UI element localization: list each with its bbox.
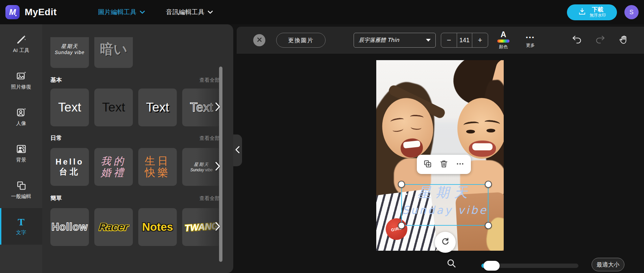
redo-icon — [595, 35, 605, 46]
undo-icon — [572, 35, 582, 46]
photo-sparkle-icon — [16, 71, 27, 81]
text-style-tile[interactable]: Text — [94, 89, 133, 126]
sidebar-item-ai-tools[interactable]: AI 工具 — [0, 26, 42, 62]
sidebar-item-photo-repair[interactable]: 照片修復 — [0, 62, 42, 99]
redo-button[interactable] — [595, 35, 605, 46]
chevron-down-icon — [426, 39, 431, 42]
chevron-down-icon — [208, 10, 213, 14]
sidebar-item-label: 一般編輯 — [11, 193, 31, 200]
view-all-link[interactable]: 查看全部 — [199, 77, 220, 83]
background-person-icon — [16, 144, 27, 154]
sidebar-item-label: AI 工具 — [13, 47, 29, 54]
replace-image-button[interactable]: 更換圖片 — [276, 33, 326, 48]
panel-collapse-handle[interactable] — [233, 134, 242, 166]
sidebar-item-background[interactable]: 背景 — [0, 135, 42, 172]
text-selection-box[interactable] — [401, 184, 488, 226]
zoom-slider[interactable] — [481, 264, 578, 268]
hand-cursor — [619, 35, 629, 46]
text-tool-icon: T — [18, 217, 24, 227]
text-style-tile[interactable]: Hello 台北 — [50, 148, 89, 186]
main-nav: 圖片編輯工具 音訊編輯工具 — [98, 8, 213, 17]
scroll-right-icon[interactable] — [215, 162, 220, 172]
selection-handle-top-left[interactable] — [398, 181, 405, 188]
fit-to-screen-button[interactable]: 最適大小 — [592, 258, 624, 271]
rotate-handle[interactable] — [435, 232, 456, 253]
deselect-button[interactable] — [253, 34, 265, 46]
element-context-toolbar — [417, 155, 471, 174]
text-edit-toolbar: 更換圖片 辰宇落雁體 Thin − 141 + A 顏色 ••• 更多 — [237, 27, 644, 54]
color-letter-icon: A — [501, 31, 506, 39]
tool-sidebar: AI 工具 照片修復 人像 背景 一般編輯 T — [0, 24, 42, 273]
font-family-select[interactable]: 辰宇落雁體 Thin — [354, 33, 436, 48]
zoom-slider-thumb[interactable] — [483, 261, 500, 271]
user-avatar[interactable]: S — [624, 5, 639, 19]
sidebar-item-label: 人像 — [16, 120, 26, 127]
text-color-button[interactable]: A 顏色 — [496, 31, 511, 50]
increase-font-size-button[interactable]: + — [472, 33, 488, 47]
text-style-tile[interactable]: Notes — [138, 208, 177, 246]
ellipsis-icon — [456, 159, 464, 170]
canvas-zoom-bar: 最適大小 — [237, 253, 644, 273]
overlap-squares-icon — [16, 180, 27, 191]
top-header: M MyEdit 圖片編輯工具 音訊編輯工具 — [0, 0, 644, 24]
font-size-stepper: − 141 + — [441, 33, 488, 48]
basic-tile-row: Text Text Text Text — [42, 89, 233, 126]
download-sublabel: 無浮水印 — [590, 13, 606, 18]
rainbow-bar-icon — [497, 40, 509, 43]
nav-image-tools-label: 圖片編輯工具 — [98, 8, 137, 17]
text-style-tile[interactable]: 暗い — [94, 37, 133, 68]
brand-title: MyEdit — [25, 7, 57, 18]
decrease-font-size-button[interactable]: − — [441, 33, 457, 47]
myedit-logo-icon[interactable]: M — [5, 5, 20, 19]
trash-icon — [439, 159, 448, 170]
download-label: 下載 — [592, 7, 603, 13]
editor-canvas-area: 更換圖片 辰宇落雁體 Thin − 141 + A 顏色 ••• 更多 — [237, 24, 644, 273]
selection-handle-bottom-right[interactable] — [485, 222, 492, 229]
scrolled-tile-row: 星期天 Sunday vibe 暗い — [42, 37, 233, 68]
undo-button[interactable] — [572, 35, 582, 46]
rotate-icon — [440, 237, 450, 248]
chevron-left-icon — [235, 146, 240, 155]
ellipsis-icon: ••• — [526, 32, 535, 41]
text-style-tile[interactable]: 生日 快樂 — [138, 148, 177, 186]
nav-image-tools[interactable]: 圖片編輯工具 — [98, 8, 145, 17]
close-icon — [257, 37, 262, 44]
sidebar-item-general-edit[interactable]: 一般編輯 — [0, 172, 42, 208]
sidebar-item-portrait[interactable]: 人像 — [0, 99, 42, 135]
duplicate-icon — [423, 159, 432, 170]
magic-wand-icon — [16, 34, 27, 45]
section-title-daily: 日常 — [50, 134, 62, 142]
text-style-tile[interactable]: Racer — [94, 208, 133, 246]
download-button[interactable]: 下載 無浮水印 — [567, 4, 617, 20]
chevron-down-icon — [140, 10, 145, 14]
scroll-right-icon[interactable] — [215, 102, 220, 113]
myedit-app: M MyEdit 圖片編輯工具 音訊編輯工具 — [0, 0, 644, 273]
view-all-link[interactable]: 查看全部 — [199, 195, 220, 202]
nav-audio-tools[interactable]: 音訊編輯工具 — [166, 8, 213, 17]
delete-button[interactable] — [439, 160, 449, 169]
magnifier-icon[interactable] — [446, 258, 456, 270]
section-title-basic: 基本 — [50, 76, 62, 84]
scroll-right-icon[interactable] — [215, 222, 220, 232]
more-options-button[interactable]: ••• 更多 — [523, 32, 538, 48]
view-all-link[interactable]: 查看全部 — [199, 135, 220, 142]
duplicate-button[interactable] — [423, 160, 432, 169]
person-sparkle-icon — [16, 107, 27, 118]
text-style-tile[interactable]: Hollow — [50, 208, 89, 246]
element-more-button[interactable] — [455, 160, 465, 169]
selection-handle-bottom-left[interactable] — [398, 222, 405, 229]
text-style-tile[interactable]: 星期天 Sunday vibe — [50, 37, 89, 68]
text-style-tile[interactable]: Text — [50, 89, 89, 126]
text-style-tile[interactable]: 我的 婚禮 — [94, 148, 133, 186]
download-icon — [578, 7, 586, 17]
font-name-value: 辰宇落雁體 Thin — [359, 37, 426, 44]
text-style-panel: 星期天 Sunday vibe 暗い 基本 查看全部 Text Text Tex… — [42, 24, 233, 273]
daily-tile-row: Hello 台北 我的 婚禮 生日 快樂 星期天 Sunday vi — [42, 148, 233, 186]
sidebar-item-label: 文字 — [16, 229, 26, 236]
sidebar-item-text[interactable]: T 文字 — [0, 208, 42, 245]
text-style-tile[interactable]: Text — [138, 89, 177, 126]
font-size-value[interactable]: 141 — [457, 33, 472, 47]
sidebar-item-label: 背景 — [16, 157, 26, 163]
sidebar-item-label: 照片修復 — [11, 84, 31, 90]
selection-handle-top-right[interactable] — [485, 181, 492, 188]
